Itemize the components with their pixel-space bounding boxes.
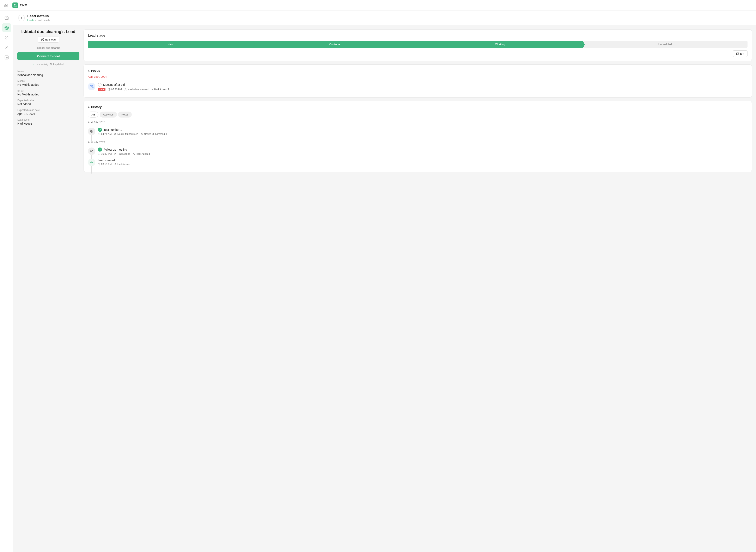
stage-step-unqualified[interactable]: Unqualified bbox=[583, 41, 748, 48]
focus-section-label: Focus bbox=[91, 69, 100, 72]
history-title-test1: Test number 1 bbox=[104, 128, 122, 131]
history-item-followup: Follow up meeting 10:30 PM Hadi Azeez bbox=[88, 146, 748, 157]
right-panel: Lead stage New Contacted Working Unquali… bbox=[84, 29, 752, 175]
history-meta-test1: 04:21 AM Nasim Muhammed Nasim Muhammed p bbox=[98, 133, 748, 136]
app-layout: Lead details Leads › Lead details Istibd… bbox=[0, 11, 756, 552]
focus-activity-item: Meeting after eid Due 07:30 PM bbox=[88, 81, 748, 93]
history-section-header[interactable]: ∧ History bbox=[88, 105, 748, 109]
svg-point-17 bbox=[133, 153, 134, 154]
history-divider bbox=[88, 139, 748, 139]
svg-point-3 bbox=[6, 46, 7, 47]
app-logo bbox=[12, 2, 18, 8]
check-circle-test1 bbox=[98, 128, 102, 132]
activity-time: 07:30 PM bbox=[108, 88, 122, 91]
svg-rect-5 bbox=[736, 53, 739, 54]
svg-point-14 bbox=[91, 150, 92, 151]
activity-meta: Due 07:30 PM Nasim Muhammed bbox=[98, 88, 748, 91]
history-tabs: All Activities Notes bbox=[88, 112, 748, 118]
svg-point-16 bbox=[115, 153, 116, 154]
activity-owner: Hadi Azeez P bbox=[151, 88, 169, 91]
sidebar-item-contacts[interactable] bbox=[2, 43, 11, 52]
history-item-created: Lead created 03:56 AM Hadi Azeez bbox=[88, 157, 748, 168]
stage-step-contacted[interactable]: Contacted bbox=[253, 41, 418, 48]
field-mobile: Mobile No Mobile added bbox=[17, 80, 79, 86]
history-title-followup: Follow up meeting bbox=[104, 148, 127, 151]
activity-assignee: Nasim Muhammed bbox=[124, 88, 148, 91]
tab-all[interactable]: All bbox=[88, 112, 98, 118]
svg-point-12 bbox=[115, 133, 115, 134]
history-title-created: Lead created bbox=[98, 159, 115, 162]
page-header: Lead details Leads › Lead details bbox=[13, 11, 756, 25]
tab-notes[interactable]: Notes bbox=[118, 112, 132, 118]
home-nav-icon[interactable] bbox=[3, 2, 9, 8]
history-meta-followup: 10:30 PM Hadi Azeez Hadi Azeez p bbox=[98, 152, 748, 155]
history-icon-pulse bbox=[88, 159, 95, 166]
left-panel: Istibdal doc clearing's Lead Edit lead I… bbox=[17, 29, 79, 175]
topbar: CRM bbox=[0, 0, 756, 11]
history-meta-created: 03:56 AM Hadi Azeez bbox=[98, 163, 748, 166]
tab-activities[interactable]: Activities bbox=[100, 112, 117, 118]
breadcrumb-current: Lead details bbox=[36, 19, 50, 22]
focus-chevron-icon: ∧ bbox=[88, 69, 90, 72]
due-badge: Due bbox=[98, 88, 105, 91]
content-area: Istibdal doc clearing's Lead Edit lead I… bbox=[13, 25, 756, 179]
history-item-test1: Test number 1 04:21 AM Nasim Muhammed bbox=[88, 126, 748, 137]
breadcrumb-parent[interactable]: Leads bbox=[27, 19, 34, 22]
back-button[interactable] bbox=[18, 15, 25, 21]
sidebar bbox=[0, 11, 13, 552]
field-name: Name Istibdal doc clearing bbox=[17, 70, 79, 77]
lead-title: Istibdal doc clearing's Lead bbox=[17, 29, 79, 34]
history-icon-person-followup bbox=[88, 147, 95, 155]
svg-point-8 bbox=[125, 89, 126, 90]
sidebar-item-home[interactable] bbox=[2, 13, 11, 22]
check-circle-followup bbox=[98, 147, 102, 152]
focus-activity-avatar bbox=[88, 83, 95, 90]
history-section-label: History bbox=[91, 105, 102, 109]
activity-complete-circle[interactable] bbox=[98, 83, 102, 87]
edit-lead-label: Edit lead bbox=[45, 38, 56, 41]
breadcrumb: Leads › Lead details bbox=[27, 19, 50, 22]
main-content: Lead details Leads › Lead details Istibd… bbox=[13, 11, 756, 552]
convert-to-deal-button[interactable]: Convert to deal bbox=[17, 52, 79, 60]
history-chevron-icon: ∧ bbox=[88, 106, 90, 109]
company-name: Istibdal doc clearing bbox=[17, 46, 79, 49]
sidebar-item-deals[interactable] bbox=[2, 33, 11, 42]
svg-point-9 bbox=[152, 89, 152, 90]
stage-step-working[interactable]: Working bbox=[418, 41, 583, 48]
history-date-april4: April 4th, 2024 bbox=[88, 141, 748, 144]
sidebar-item-reports[interactable] bbox=[2, 53, 11, 62]
email-button[interactable]: Em bbox=[733, 50, 748, 57]
focus-date: April 15th, 2024 bbox=[88, 75, 748, 78]
field-email: Email No Mobile added bbox=[17, 89, 79, 96]
svg-point-19 bbox=[115, 163, 116, 164]
svg-point-2 bbox=[6, 27, 7, 28]
stage-card-title: Lead stage bbox=[88, 34, 748, 37]
sidebar-item-crm[interactable] bbox=[2, 23, 11, 32]
field-expected-close-date: Expected close date April 18, 2024 bbox=[17, 109, 79, 116]
field-lead-owner: Lead owner Hadi Azeez bbox=[17, 118, 79, 125]
edit-lead-button[interactable]: Edit lead bbox=[38, 36, 59, 42]
last-activity: • Last activity: Not updated bbox=[17, 63, 79, 66]
field-expected-value: Expected value Not added bbox=[17, 99, 79, 106]
history-section: ∧ History All Activities Notes April 7th… bbox=[84, 101, 752, 172]
history-icon-alarm bbox=[88, 128, 95, 135]
stage-steps: New Contacted Working Unqualified bbox=[88, 41, 748, 48]
svg-point-6 bbox=[91, 85, 92, 86]
svg-point-13 bbox=[141, 133, 142, 134]
svg-point-1 bbox=[5, 27, 8, 29]
stage-step-new[interactable]: New bbox=[88, 41, 253, 48]
stage-card: Lead stage New Contacted Working Unquali… bbox=[84, 29, 752, 61]
focus-section: ∧ Focus April 15th, 2024 bbox=[84, 64, 752, 98]
activity-title-text: Meeting after eid bbox=[103, 83, 125, 86]
app-title: CRM bbox=[20, 4, 27, 7]
page-title: Lead details bbox=[27, 14, 50, 18]
history-date-april7: April 7th, 2024 bbox=[88, 121, 748, 124]
focus-section-header[interactable]: ∧ Focus bbox=[88, 69, 748, 72]
